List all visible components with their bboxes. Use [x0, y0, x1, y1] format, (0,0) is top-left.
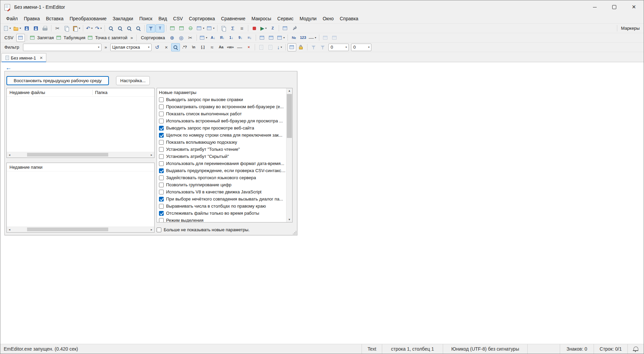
- csv-heading-button[interactable]: ▾: [196, 24, 205, 32]
- checkbox[interactable]: [159, 104, 164, 109]
- checkbox[interactable]: [159, 218, 164, 222]
- csv-overflow-button[interactable]: »: [129, 34, 135, 42]
- whole-word-toggle[interactable]: «w»: [226, 43, 235, 51]
- menu-plugins[interactable]: Модули: [297, 15, 320, 23]
- compare-button[interactable]: [219, 24, 228, 32]
- print-button[interactable]: [41, 24, 49, 32]
- match-case-toggle[interactable]: Aa: [217, 43, 226, 51]
- digit-grouping-button[interactable]: 123: [299, 34, 307, 42]
- convert-csv-button[interactable]: ▾: [276, 34, 286, 42]
- chevron-down-icon[interactable]: ▾: [20, 27, 21, 30]
- advanced-search-button[interactable]: [171, 43, 180, 51]
- recent-folders-body[interactable]: [7, 171, 154, 227]
- back-arrow-icon[interactable]: ←: [5, 65, 12, 71]
- sort-az-ascending-button[interactable]: А↓: [209, 34, 217, 42]
- menu-search[interactable]: Поиск: [136, 15, 156, 23]
- record-macro-button[interactable]: [250, 24, 259, 32]
- menu-compare[interactable]: Сравнение: [218, 15, 248, 23]
- csv-tab-button[interactable]: [177, 24, 186, 32]
- tab-separated-button[interactable]: Табуляция: [55, 34, 86, 42]
- sort-numeric-descending-button[interactable]: 9↓: [236, 34, 245, 42]
- status-char-count[interactable]: Знаков: 0: [560, 344, 594, 354]
- option-row[interactable]: Выдавать предупреждение, если проверка C…: [158, 167, 286, 174]
- maximize-button[interactable]: [604, 0, 624, 14]
- checkbox[interactable]: [159, 147, 164, 152]
- match-mode-combo[interactable]: Целая строка▾: [110, 44, 152, 51]
- checkbox[interactable]: [159, 211, 164, 216]
- filter-direction-button[interactable]: ↓▾: [275, 43, 284, 51]
- checkbox[interactable]: [159, 154, 164, 159]
- csv-cell-mode-button[interactable]: ▾: [206, 24, 215, 32]
- run-macro-button[interactable]: ▶▾: [259, 24, 268, 32]
- recent-files-list[interactable]: Недавние файлы Папка ◂ ▸: [6, 88, 155, 158]
- checkbox[interactable]: [157, 228, 161, 232]
- tab-close-icon[interactable]: ×: [39, 55, 43, 60]
- folder-column-header[interactable]: Папка: [92, 88, 154, 96]
- chevron-down-icon[interactable]: ▾: [283, 36, 285, 39]
- minimize-button[interactable]: [585, 0, 604, 14]
- macros-list-button[interactable]: Z: [268, 24, 277, 32]
- option-row[interactable]: Позволить группирование цифр: [158, 181, 286, 188]
- status-encoding[interactable]: Юникод (UTF-8) без сигнатуры: [443, 344, 527, 354]
- chevron-down-icon[interactable]: ▾: [100, 27, 102, 30]
- sort-options-button[interactable]: ◎: [177, 34, 186, 42]
- close-filter-button[interactable]: ×: [162, 43, 171, 51]
- option-row[interactable]: Задействовать протокол языкового сервера: [158, 174, 286, 181]
- sort-values-button[interactable]: =↓: [245, 34, 254, 42]
- line-filter-toggle[interactable]: —: [235, 43, 244, 51]
- editor-area[interactable]: ← Восстановить предыдущую рабочую среду …: [0, 62, 644, 344]
- csv-comma-button[interactable]: [168, 24, 177, 32]
- find-in-files-button[interactable]: [116, 24, 124, 32]
- numbering-button[interactable]: №: [290, 34, 298, 42]
- scrollbar-thumb[interactable]: [27, 228, 108, 231]
- option-row[interactable]: Установить атрибут "Скрытый": [158, 153, 286, 160]
- recent-folders-column-header[interactable]: Недавние папки: [7, 163, 154, 171]
- scroll-down-arrow[interactable]: ▼: [286, 217, 292, 222]
- chevron-down-icon[interactable]: ▾: [315, 36, 316, 39]
- checkbox[interactable]: [159, 126, 164, 131]
- status-line-count[interactable]: Строк: 0/1: [594, 344, 627, 354]
- filter-toggle-button[interactable]: [146, 24, 155, 32]
- csv-mode-button[interactable]: [16, 34, 25, 42]
- chevron-down-icon[interactable]: ▾: [206, 36, 207, 39]
- chevron-down-icon[interactable]: ▾: [281, 46, 282, 49]
- option-row[interactable]: Использовать V8 в качестве движка JavaSc…: [158, 188, 286, 195]
- chevron-down-icon[interactable]: ▾: [79, 27, 80, 30]
- customize-toolbar-button[interactable]: [290, 24, 299, 32]
- checkbox[interactable]: [159, 112, 164, 116]
- dont-show-option[interactable]: Больше не показывать новые параметры.: [157, 226, 250, 233]
- replace-in-files-button[interactable]: [134, 24, 143, 32]
- menu-tools[interactable]: Сервис: [274, 15, 297, 23]
- checkbox[interactable]: [159, 119, 164, 123]
- option-row[interactable]: Использовать для переименования формат д…: [158, 160, 286, 167]
- manage-columns-button[interactable]: ⊕: [168, 34, 177, 42]
- vertical-scrollbar[interactable]: ▲ ▼: [286, 88, 292, 222]
- filter-overflow-button[interactable]: »: [103, 43, 109, 51]
- checkbox[interactable]: [159, 175, 164, 180]
- menu-csv[interactable]: CSV: [170, 15, 186, 23]
- combine-columns-button[interactable]: [267, 34, 276, 42]
- status-mode[interactable]: Text: [362, 344, 382, 354]
- brackets-toggle[interactable]: [.]: [199, 43, 207, 51]
- checkbox[interactable]: [159, 140, 164, 145]
- scrollbar-thumb[interactable]: [287, 94, 292, 138]
- save-button[interactable]: [22, 24, 31, 32]
- copy-button[interactable]: [62, 24, 71, 32]
- escape-sequence-toggle[interactable]: \n: [189, 43, 198, 51]
- menu-help[interactable]: Справка: [337, 15, 361, 23]
- find-button[interactable]: [107, 24, 115, 32]
- undo-button[interactable]: ↶▾: [85, 24, 94, 32]
- option-row[interactable]: При выборе нечёткого совпадения вызывать…: [158, 195, 286, 203]
- recent-files-body[interactable]: [7, 97, 154, 152]
- settings-button[interactable]: Настройка...: [116, 76, 150, 85]
- option-row[interactable]: Режим выделения: [158, 217, 286, 222]
- highlight-tags-button[interactable]: T: [156, 24, 164, 32]
- web-preview-button[interactable]: [186, 24, 195, 32]
- fuzzy-match-toggle[interactable]: ≈: [208, 43, 216, 51]
- scroll-left-arrow[interactable]: ◂: [7, 227, 12, 232]
- menu-view[interactable]: Вид: [155, 15, 170, 23]
- replace-button[interactable]: [125, 24, 134, 32]
- recent-files-column-header[interactable]: Недавние файлы: [7, 88, 92, 96]
- option-row[interactable]: Щелчок по номеру строки слева для перекл…: [158, 132, 286, 139]
- chevron-down-icon[interactable]: ▾: [213, 27, 214, 30]
